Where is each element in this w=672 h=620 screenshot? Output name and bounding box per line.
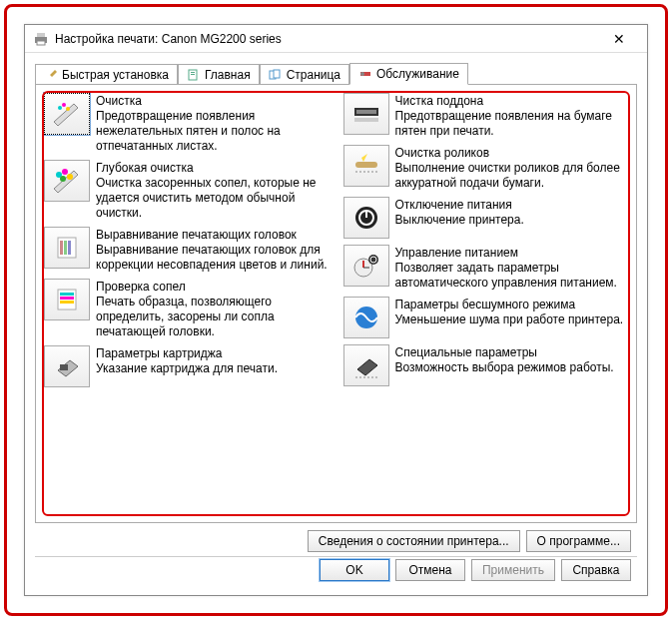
item-deep-cleaning: Глубокая очисткаОчистка засоренных сопел… <box>44 160 330 221</box>
svg-rect-7 <box>274 70 280 78</box>
right-column: Чистка поддонаПредотвращение появления н… <box>343 93 629 514</box>
item-title: Управление питанием <box>395 246 629 260</box>
svg-rect-1 <box>37 33 45 37</box>
item-desc: Уменьшение шума при работе принтера. <box>395 312 624 327</box>
item-title: Отключение питания <box>395 198 524 212</box>
clean-icon <box>50 100 84 128</box>
item-title: Чистка поддона <box>395 94 629 108</box>
item-roller-cleaning: Очистка роликовВыполнение очистки ролико… <box>343 145 629 191</box>
svg-point-9 <box>360 72 364 76</box>
head-alignment-button[interactable] <box>44 227 90 269</box>
dialog: Настройка печати: Canon MG2200 series ✕ … <box>24 24 648 596</box>
svg-rect-25 <box>60 364 68 370</box>
svg-rect-23 <box>60 297 74 300</box>
tabs: Быстрая установка Главная Страница Обслу… <box>35 63 637 85</box>
pages-icon <box>269 69 283 81</box>
help-button[interactable]: Справка <box>561 559 631 581</box>
tab-maintenance[interactable]: Обслуживание <box>349 63 468 85</box>
item-title: Параметры бесшумного режима <box>395 298 624 311</box>
power-icon <box>349 204 383 232</box>
printer-settings-icon <box>349 351 383 379</box>
item-title: Параметры картриджа <box>96 346 278 360</box>
svg-point-12 <box>66 107 70 111</box>
item-desc: Выполнение очистки роликов для более акк… <box>395 161 629 191</box>
ok-button[interactable]: OK <box>320 559 389 581</box>
cartridge-settings-button[interactable] <box>44 345 90 387</box>
svg-rect-27 <box>356 110 376 114</box>
item-desc: Возможность выбора режимов работы. <box>395 360 614 375</box>
item-title: Специальные параметры <box>395 345 614 359</box>
item-desc: Позволяет задать параметры автоматическо… <box>395 261 629 291</box>
tab-page-setup[interactable]: Страница <box>260 64 349 85</box>
cleaning-button[interactable] <box>44 93 90 135</box>
item-title: Выравнивание печатающих головок <box>96 228 330 242</box>
svg-rect-22 <box>60 293 74 296</box>
item-nozzle-check: Проверка сопелПечать образца, позволяюще… <box>44 279 330 339</box>
nozzle-check-button[interactable] <box>44 279 90 320</box>
cartridge-icon <box>50 352 84 380</box>
svg-rect-29 <box>355 162 377 168</box>
item-desc: Очистка засоренных сопел, которые не уда… <box>96 176 330 221</box>
tab-label: Обслуживание <box>376 67 459 81</box>
left-column: ОчисткаПредотвращение появления нежелате… <box>44 93 330 514</box>
plate-icon <box>349 100 383 128</box>
about-button[interactable]: О программе... <box>526 530 631 552</box>
item-head-alignment: Выравнивание печатающих головокВыравнива… <box>44 227 330 273</box>
svg-point-11 <box>62 103 66 107</box>
item-quiet-settings: Параметры бесшумного режимаУменьшение шу… <box>343 297 629 338</box>
cancel-button[interactable]: Отмена <box>395 559 465 581</box>
item-desc: Предотвращение появления нежелательных п… <box>96 109 330 154</box>
item-desc: Выключение принтера. <box>395 213 524 228</box>
item-bottom-plate-cleaning: Чистка поддонаПредотвращение появления н… <box>343 93 629 139</box>
item-cleaning: ОчисткаПредотвращение появления нежелате… <box>44 93 330 154</box>
tab-label: Страница <box>287 68 340 82</box>
maintenance-panel: ОчисткаПредотвращение появления нежелате… <box>35 84 637 523</box>
svg-rect-24 <box>60 301 74 304</box>
power-off-button[interactable] <box>343 197 389 239</box>
item-power-off: Отключение питанияВыключение принтера. <box>343 197 629 239</box>
align-icon <box>50 234 84 262</box>
printer-status-button[interactable]: Сведения о состоянии принтера... <box>308 530 520 552</box>
separator <box>35 556 637 557</box>
tab-quick-setup[interactable]: Быстрая установка <box>35 64 178 85</box>
bottom-plate-button[interactable] <box>343 93 389 135</box>
svg-rect-19 <box>64 241 67 255</box>
item-custom-settings: Специальные параметрыВозможность выбора … <box>343 344 629 386</box>
deep-clean-icon <box>50 167 84 195</box>
item-title: Глубокая очистка <box>96 161 330 175</box>
content: Быстрая установка Главная Страница Обслу… <box>25 53 647 595</box>
dialog-buttons: OK Отмена Применить Справка <box>320 559 631 581</box>
svg-rect-18 <box>60 241 63 255</box>
item-desc: Выравнивание печатающих головок для корр… <box>96 243 330 273</box>
panel-buttons: Сведения о состоянии принтера... О прогр… <box>308 530 631 552</box>
item-title: Очистка роликов <box>395 146 629 160</box>
svg-point-15 <box>67 174 73 180</box>
item-desc: Печать образца, позволяющего определить,… <box>96 295 330 339</box>
tab-label: Быстрая установка <box>62 68 169 82</box>
item-title: Очистка <box>96 94 330 108</box>
auto-power-button[interactable] <box>343 245 389 287</box>
nozzle-icon <box>50 286 84 313</box>
roller-cleaning-button[interactable] <box>343 145 389 187</box>
close-button[interactable]: ✕ <box>599 25 639 53</box>
quiet-settings-button[interactable] <box>343 297 389 338</box>
page-icon <box>187 69 201 81</box>
tools-icon <box>358 68 372 80</box>
item-cartridge-settings: Параметры картриджаУказание картриджа дл… <box>44 345 330 387</box>
svg-point-14 <box>62 169 68 175</box>
wrench-icon <box>44 69 58 81</box>
window-title: Настройка печати: Canon MG2200 series <box>55 32 599 46</box>
svg-rect-2 <box>37 41 45 45</box>
deep-cleaning-button[interactable] <box>44 160 90 202</box>
roller-icon <box>349 152 383 180</box>
item-desc: Указание картриджа для печати. <box>96 361 278 376</box>
printer-icon <box>33 31 49 47</box>
svg-rect-4 <box>191 72 195 73</box>
timer-icon <box>349 252 383 280</box>
apply-button[interactable]: Применить <box>471 559 555 581</box>
quiet-icon <box>349 304 383 331</box>
custom-settings-button[interactable] <box>343 344 389 386</box>
svg-rect-20 <box>68 241 71 255</box>
tab-main[interactable]: Главная <box>178 64 260 85</box>
item-title: Проверка сопел <box>96 280 330 294</box>
